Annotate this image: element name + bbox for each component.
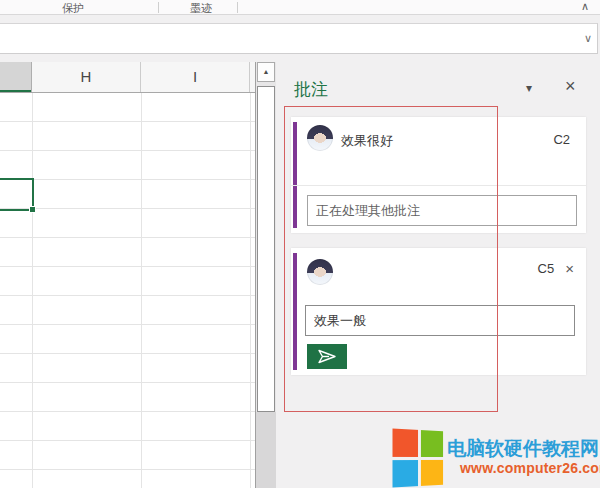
logo-tile-yellow bbox=[420, 459, 443, 485]
formula-bar-expand-icon[interactable]: ∨ bbox=[584, 32, 592, 45]
avatar bbox=[307, 259, 333, 285]
post-comment-button[interactable] bbox=[307, 344, 347, 369]
logo-tile-green bbox=[420, 430, 443, 456]
fill-handle[interactable] bbox=[29, 206, 36, 213]
watermark-site-name: 电脑软硬件教程网 bbox=[447, 436, 599, 462]
gridline-vertical bbox=[141, 93, 142, 488]
vertical-scrollbar-track-lower[interactable] bbox=[256, 412, 276, 488]
gridline-vertical bbox=[250, 93, 251, 488]
logo-tile-orange bbox=[392, 429, 417, 457]
comment-text: 效果很好 bbox=[341, 132, 393, 150]
column-header-h[interactable]: H bbox=[32, 62, 141, 92]
logo-tile-blue bbox=[392, 460, 417, 488]
comments-pane-title: 批注 bbox=[294, 78, 328, 101]
ribbon-bottom-strip: 保护 墨迹 ∧ bbox=[0, 0, 600, 15]
comment-accent-stripe bbox=[293, 122, 297, 228]
send-icon bbox=[317, 349, 337, 364]
comment-close-icon[interactable]: × bbox=[565, 261, 574, 276]
formula-bar[interactable]: ∨ bbox=[0, 23, 598, 54]
divider bbox=[291, 185, 586, 186]
worksheet-grid[interactable] bbox=[0, 93, 255, 488]
comment-card-c2: 效果很好 C2 bbox=[291, 117, 586, 233]
scroll-up-button[interactable]: ▲ bbox=[257, 62, 275, 82]
collapse-ribbon-icon[interactable]: ∧ bbox=[581, 0, 589, 13]
comment-cell-ref: C5 bbox=[538, 261, 555, 276]
ribbon-group-ink[interactable]: 墨迹 bbox=[190, 1, 212, 16]
ribbon-group-separator bbox=[237, 2, 238, 13]
ribbon-group-separator bbox=[158, 2, 159, 13]
pane-menu-dropdown-icon[interactable]: ▾ bbox=[526, 81, 532, 95]
pane-close-icon[interactable]: × bbox=[565, 76, 576, 97]
ribbon-group-protect[interactable]: 保护 bbox=[62, 1, 84, 16]
comment-draft-input[interactable] bbox=[305, 305, 575, 336]
comment-card-c5: C5 × bbox=[291, 248, 586, 375]
column-header-selected-partial[interactable] bbox=[0, 62, 32, 92]
comment-accent-stripe bbox=[293, 253, 297, 370]
column-header-i[interactable]: I bbox=[141, 62, 250, 92]
watermark-logo bbox=[392, 429, 443, 488]
watermark-site-url: www.computer26.com bbox=[460, 460, 600, 476]
avatar bbox=[307, 125, 333, 151]
vertical-scrollbar-thumb[interactable] bbox=[257, 86, 275, 412]
gridline-vertical bbox=[32, 93, 33, 488]
comment-cell-ref: C2 bbox=[553, 132, 570, 147]
reply-input[interactable] bbox=[307, 195, 577, 226]
column-header-row: H I bbox=[0, 62, 255, 93]
